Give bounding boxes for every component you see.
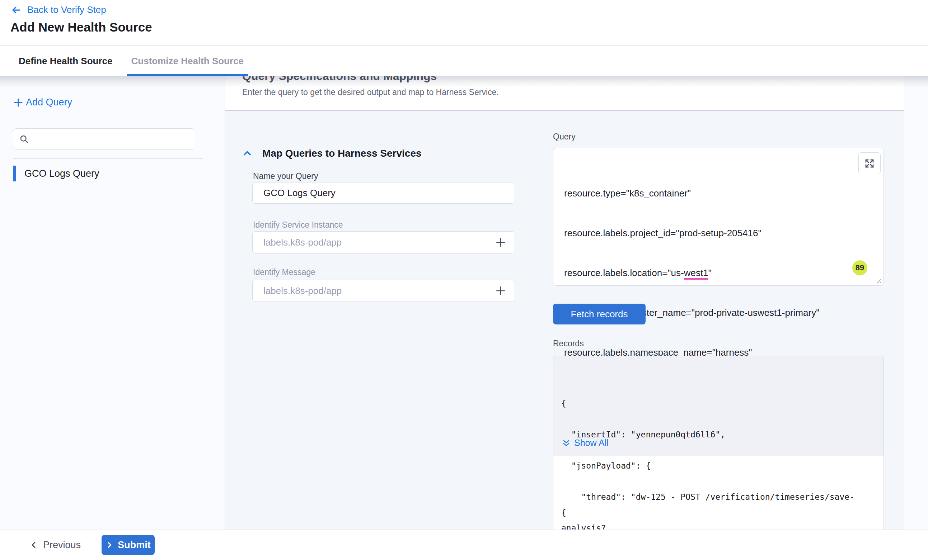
misspelled-word: west1 xyxy=(684,268,708,280)
add-health-source-page: Back to Verify Step Add New Health Sourc… xyxy=(0,0,928,560)
name-query-label: Name your Query xyxy=(253,171,318,181)
plus-icon xyxy=(495,237,506,248)
query-line: resource.type="k8s_container" xyxy=(564,187,819,200)
records-label: Records xyxy=(553,339,584,348)
expand-icon xyxy=(864,158,875,169)
arrow-left-icon xyxy=(11,5,21,15)
back-link-label: Back to Verify Step xyxy=(27,4,106,15)
add-service-instance-button[interactable] xyxy=(493,235,508,250)
back-to-verify-step-link[interactable]: Back to Verify Step xyxy=(11,4,106,15)
identify-message-label: Identify Message xyxy=(253,268,316,277)
content-area: Add Query GCO Logs Query Query Specifica… xyxy=(0,76,928,530)
service-instance-input[interactable] xyxy=(252,231,515,254)
query-line: resource.labels.project_id="prod-setup-2… xyxy=(564,227,819,240)
search-icon xyxy=(19,134,29,144)
query-label: Query xyxy=(553,132,575,142)
panel-header: Query Specifications and Mappings Enter … xyxy=(225,76,904,111)
plus-icon xyxy=(13,97,24,108)
resize-handle[interactable] xyxy=(876,277,882,284)
char-count-badge: 89 xyxy=(852,260,867,275)
records-panel[interactable]: { "insertId": "yennepun0qtd6ll6", "jsonP… xyxy=(553,356,884,530)
query-line: resource.labels.location="us-west1" xyxy=(564,266,819,280)
tab-define-health-source[interactable]: Define Health Source xyxy=(19,46,113,76)
chevron-left-icon xyxy=(29,541,38,549)
add-query-button[interactable]: Add Query xyxy=(13,97,72,108)
tab-customize-health-source[interactable]: Customize Health Source xyxy=(127,46,249,76)
query-item-label: GCO Logs Query xyxy=(24,168,99,179)
section-subheading: Enter the query to get the desired outpu… xyxy=(242,87,904,97)
record-json: { "insertId": "r6rk2tnah3owf5eh", "jsonP… xyxy=(561,485,805,530)
plus-icon xyxy=(495,285,506,297)
add-message-button[interactable] xyxy=(493,284,508,298)
map-queries-title: Map Queries to Harness Services xyxy=(263,148,422,159)
identify-service-instance-label: Identify Service Instance xyxy=(253,220,343,230)
selected-indicator-bar xyxy=(13,166,16,181)
sidebar-item-gco-logs-query[interactable]: GCO Logs Query xyxy=(13,166,99,181)
record-card: { "insertId": "yennepun0qtd6ll6", "jsonP… xyxy=(553,356,884,456)
section-heading: Query Specifications and Mappings xyxy=(242,76,904,83)
wizard-footer: Previous Submit xyxy=(0,530,928,560)
submit-button[interactable]: Submit xyxy=(102,535,155,555)
chevron-right-icon xyxy=(105,541,113,549)
query-specs-panel: Query Specifications and Mappings Enter … xyxy=(224,76,904,530)
add-query-label: Add Query xyxy=(26,97,72,108)
chevron-up-icon xyxy=(242,148,252,158)
expand-query-button[interactable] xyxy=(858,152,881,174)
query-name-input[interactable] xyxy=(252,182,515,204)
map-queries-section-header[interactable]: Map Queries to Harness Services xyxy=(242,148,422,159)
show-all-label: Show All xyxy=(574,438,609,448)
sidebar-divider xyxy=(13,158,203,158)
page-header: Back to Verify Step Add New Health Sourc… xyxy=(0,0,928,46)
fetch-records-button[interactable]: Fetch records xyxy=(553,304,646,324)
query-editor[interactable]: resource.type="k8s_container" resource.l… xyxy=(553,148,884,286)
query-search-box xyxy=(13,128,195,150)
submit-label: Submit xyxy=(118,540,151,551)
identify-message-input[interactable] xyxy=(252,280,515,302)
search-input[interactable] xyxy=(34,134,189,145)
show-all-link[interactable]: Show All xyxy=(562,438,609,448)
health-source-tabbar: Define Health Source Customize Health So… xyxy=(0,46,928,76)
previous-label: Previous xyxy=(43,540,81,551)
previous-button[interactable]: Previous xyxy=(27,536,83,554)
double-chevron-down-icon xyxy=(562,439,571,447)
page-title: Add New Health Source xyxy=(11,20,152,34)
